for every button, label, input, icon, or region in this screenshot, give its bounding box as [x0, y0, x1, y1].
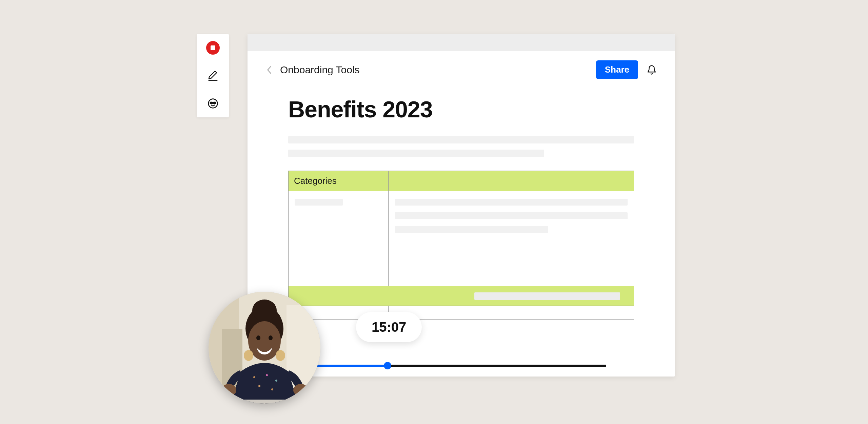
- notifications-button[interactable]: [646, 64, 658, 76]
- svg-point-22: [293, 384, 308, 396]
- text-placeholder: [474, 292, 620, 300]
- table-header-row: Categories: [289, 171, 634, 191]
- text-placeholder: [295, 199, 343, 206]
- face-sunglasses-icon: [208, 98, 218, 109]
- chevron-left-icon: [267, 65, 272, 74]
- webcam-bubble[interactable]: [209, 292, 320, 404]
- svg-point-20: [271, 388, 273, 390]
- text-placeholder: [288, 136, 634, 143]
- bell-icon: [647, 65, 657, 75]
- record-stop-icon: [206, 41, 220, 55]
- svg-point-19: [258, 385, 260, 387]
- recording-toolbar: [197, 34, 229, 117]
- table-row: [289, 306, 634, 319]
- svg-point-1: [208, 99, 217, 108]
- back-button[interactable]: [264, 65, 274, 75]
- svg-point-10: [252, 300, 277, 321]
- playback-timeline[interactable]: [294, 365, 606, 367]
- svg-point-15: [276, 350, 285, 361]
- record-button[interactable]: [206, 41, 220, 55]
- svg-point-13: [269, 335, 273, 340]
- svg-point-21: [221, 384, 236, 396]
- text-placeholder: [395, 199, 628, 206]
- window-titlebar: [248, 34, 675, 51]
- page-title: Benefits 2023: [288, 96, 634, 122]
- table-row: [289, 191, 634, 286]
- svg-rect-23: [239, 400, 290, 404]
- svg-point-18: [275, 380, 277, 382]
- timestamp-badge: 15:07: [356, 312, 422, 342]
- draw-button[interactable]: [206, 69, 220, 83]
- text-placeholder: [288, 150, 544, 157]
- presenter-avatar: [209, 292, 320, 404]
- document-header: Onboarding Tools Share: [248, 51, 675, 82]
- share-button[interactable]: Share: [596, 60, 638, 79]
- breadcrumb[interactable]: Onboarding Tools: [280, 64, 596, 76]
- timeline-handle[interactable]: [384, 362, 391, 369]
- svg-point-14: [244, 350, 253, 361]
- svg-point-12: [256, 335, 260, 340]
- table-row-highlight: [289, 286, 634, 306]
- column-header-empty: [389, 171, 634, 191]
- categories-table: Categories: [288, 171, 634, 320]
- pencil-icon: [208, 70, 218, 81]
- svg-point-17: [266, 374, 268, 376]
- svg-point-16: [253, 376, 255, 378]
- column-header-categories: Categories: [289, 171, 389, 191]
- emoji-button[interactable]: [206, 96, 220, 111]
- text-placeholder: [395, 212, 628, 219]
- text-placeholder: [395, 226, 548, 233]
- document-body: Benefits 2023 Categories: [248, 82, 675, 320]
